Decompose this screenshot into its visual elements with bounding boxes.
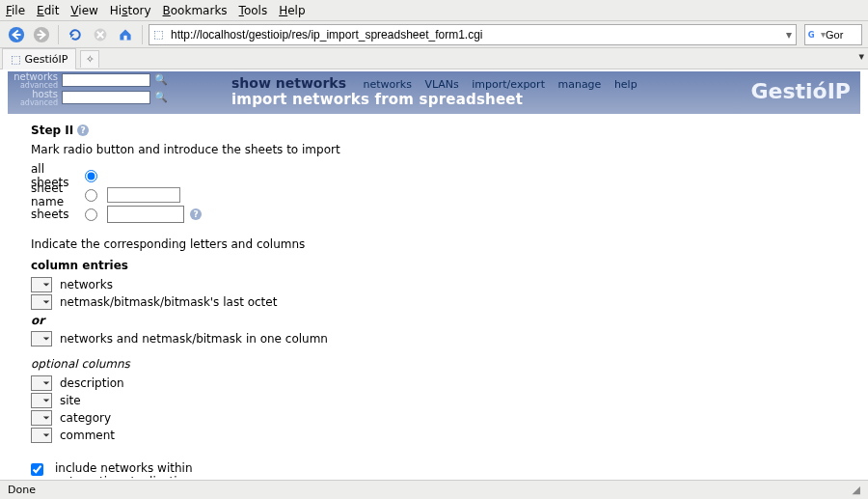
sheet-name-input[interactable] <box>107 187 180 203</box>
svg-text:G: G <box>808 29 815 39</box>
include-networks-label: include networks within automatic actual… <box>55 461 193 478</box>
status-bar: Done ◢ <box>0 480 868 499</box>
nav-vlans[interactable]: VLANs <box>424 78 458 91</box>
label-advanced: advanced <box>8 82 58 89</box>
menubar: File Edit View History Bookmarks Tools H… <box>0 0 868 21</box>
radio-all-sheets[interactable] <box>85 170 97 182</box>
optional-columns-label: optional columns <box>31 357 847 371</box>
home-button[interactable] <box>115 24 136 45</box>
select-site-col[interactable] <box>31 393 52 408</box>
nav-manage[interactable]: manage <box>557 78 601 91</box>
networks-search-input[interactable] <box>62 73 150 87</box>
radio-sheets[interactable] <box>85 208 97 221</box>
search-box[interactable]: G ▾ <box>804 24 862 45</box>
help-icon[interactable]: ? <box>77 125 89 136</box>
opt-comment-label: comment <box>60 429 115 442</box>
select-combined-col[interactable] <box>31 331 52 347</box>
menu-bookmarks[interactable]: Bookmarks <box>163 4 228 17</box>
url-dropdown-icon[interactable]: ▾ <box>786 28 792 42</box>
back-button[interactable] <box>6 24 27 45</box>
select-netmask-col[interactable] <box>31 294 52 310</box>
google-icon: G <box>807 28 821 42</box>
opt-description-label: description <box>60 376 124 390</box>
resize-grip-icon[interactable]: ◢ <box>853 484 860 496</box>
col-entries-label: column entries <box>31 259 847 272</box>
site-favicon-icon: ⬚ <box>153 28 167 42</box>
page-content: networksadvanced 🔍 hostsadvanced 🔍 show … <box>0 69 868 478</box>
tabs-dropdown-icon[interactable]: ▾ <box>858 50 864 63</box>
show-networks-link[interactable]: show networks <box>231 75 346 91</box>
new-tab-button[interactable]: ✧ <box>80 50 99 68</box>
status-text: Done <box>8 484 36 496</box>
radio-name-label: sheet name <box>31 181 85 208</box>
menu-help[interactable]: Help <box>279 4 305 17</box>
step-label: Step II <box>31 124 73 137</box>
tab-title: GestióIP <box>24 53 68 66</box>
search-icon2[interactable]: 🔍 <box>154 91 168 104</box>
tab-favicon-icon: ⬚ <box>11 53 20 66</box>
radio-sheets-label: sheets <box>31 208 85 221</box>
label-advanced2: advanced <box>8 99 58 106</box>
tab-bar: ⬚ GestióIP ✧ ▾ <box>0 48 868 69</box>
nav-importexport[interactable]: import/export <box>472 78 545 91</box>
url-bar[interactable]: ⬚ ▾ <box>149 24 797 45</box>
instruction-text: Mark radio button and introduce the shee… <box>31 143 847 156</box>
select-comment-col[interactable] <box>31 428 52 443</box>
brand-logo: GestióIP <box>750 79 851 103</box>
menu-tools[interactable]: Tools <box>239 4 268 17</box>
row-netmask-label: netmask/bitmask/bitmask's last octet <box>60 295 277 309</box>
opt-category-label: category <box>60 411 111 425</box>
search-icon[interactable]: 🔍 <box>154 73 168 87</box>
tab-gestioip[interactable]: ⬚ GestióIP <box>2 48 76 69</box>
hosts-search-input[interactable] <box>62 91 150 104</box>
row-combined-label: networks and netmask/bitmask in one colu… <box>60 332 328 346</box>
search-input[interactable] <box>826 29 849 41</box>
svg-rect-3 <box>123 35 126 40</box>
or-label: or <box>31 314 847 327</box>
forward-button[interactable] <box>31 24 52 45</box>
app-header: networksadvanced 🔍 hostsadvanced 🔍 show … <box>8 71 860 114</box>
reload-button[interactable] <box>65 24 86 45</box>
nav-help[interactable]: help <box>614 78 637 91</box>
menu-history[interactable]: History <box>110 4 151 17</box>
menu-file[interactable]: File <box>6 4 25 17</box>
menu-edit[interactable]: Edit <box>37 4 59 17</box>
radio-sheet-name[interactable] <box>85 189 97 202</box>
col-section-label: Indicate the corresponding letters and c… <box>31 237 847 251</box>
select-category-col[interactable] <box>31 410 52 426</box>
stop-button[interactable] <box>90 24 111 45</box>
toolbar: ⬚ ▾ G ▾ <box>0 21 868 48</box>
select-description-col[interactable] <box>31 375 52 391</box>
menu-view[interactable]: View <box>70 4 97 17</box>
nav-networks[interactable]: networks <box>363 78 411 91</box>
sheets-input[interactable] <box>107 206 184 223</box>
include-networks-checkbox[interactable] <box>31 463 43 476</box>
opt-site-label: site <box>60 394 81 407</box>
url-input[interactable] <box>171 28 786 42</box>
sheets-help-icon[interactable]: ? <box>190 208 202 220</box>
page-subtitle: import networks from spreadsheet <box>231 91 647 108</box>
row-networks-label: networks <box>60 278 113 291</box>
select-networks-col[interactable] <box>31 277 52 292</box>
